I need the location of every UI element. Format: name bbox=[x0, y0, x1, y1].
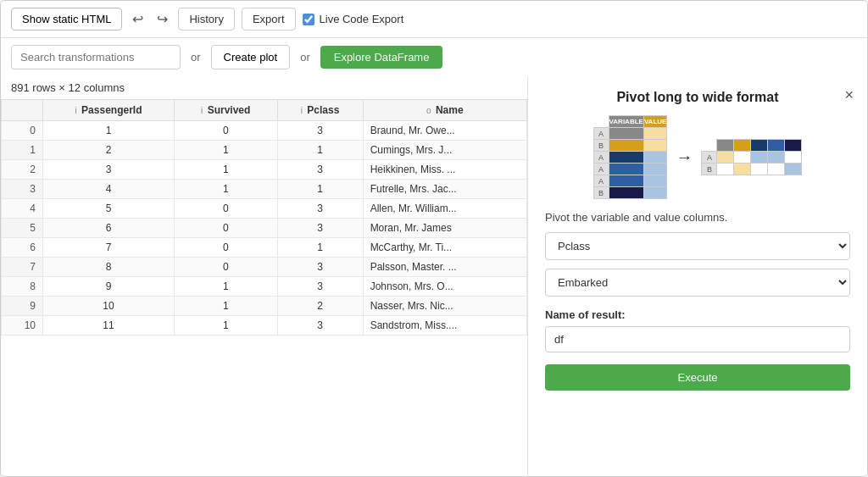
or-text-1: or bbox=[191, 51, 201, 64]
cell-index: 8 bbox=[2, 277, 43, 297]
cell-index: 9 bbox=[2, 297, 43, 316]
or-text-2: or bbox=[300, 51, 310, 64]
data-table: i PassengerId i Survived i Pclass o Name… bbox=[1, 99, 527, 336]
cell-name: Allen, Mr. William... bbox=[363, 199, 526, 219]
cell-index: 10 bbox=[2, 316, 43, 336]
left-diagram-table: VARIABLE VALUE A B bbox=[593, 115, 668, 199]
table-row: 8 9 1 3 Johnson, Mrs. O... bbox=[2, 277, 527, 297]
cell-pclass: 1 bbox=[277, 141, 363, 160]
cell-survived: 0 bbox=[174, 258, 277, 277]
close-button[interactable]: × bbox=[844, 86, 854, 104]
live-code-label[interactable]: Live Code Export bbox=[303, 13, 404, 25]
cell-name: Futrelle, Mrs. Jac... bbox=[363, 180, 526, 199]
cell-passengerid: 10 bbox=[43, 297, 175, 316]
cell-pclass: 1 bbox=[277, 180, 363, 199]
panel-title: Pivot long to wide format bbox=[545, 90, 850, 105]
cell-name: Johnson, Mrs. O... bbox=[363, 277, 526, 297]
left-panel: 891 rows × 12 columns i PassengerId i Su… bbox=[1, 76, 528, 476]
right-diagram-table: A B bbox=[701, 139, 802, 175]
app-window: Show static HTML ↩ ↪ History Export Live… bbox=[0, 0, 868, 477]
cell-passengerid: 3 bbox=[43, 160, 175, 180]
cell-name: Cumings, Mrs. J... bbox=[363, 141, 526, 160]
live-code-checkbox[interactable] bbox=[303, 14, 314, 25]
redo-button[interactable]: ↪ bbox=[153, 9, 171, 29]
cell-passengerid: 5 bbox=[43, 199, 175, 219]
live-code-text: Live Code Export bbox=[320, 13, 404, 25]
cell-name: Nasser, Mrs. Nic... bbox=[363, 297, 526, 316]
undo-button[interactable]: ↩ bbox=[129, 9, 147, 29]
cell-index: 0 bbox=[2, 121, 43, 141]
explore-dataframe-button[interactable]: Explore DataFrame bbox=[320, 46, 443, 69]
cell-name: Heikkinen, Miss. ... bbox=[363, 160, 526, 180]
cell-pclass: 3 bbox=[277, 199, 363, 219]
cell-index: 2 bbox=[2, 160, 43, 180]
cell-survived: 0 bbox=[174, 219, 277, 238]
search-input[interactable] bbox=[11, 45, 181, 69]
pivot-subtitle: Pivot the variable and value columns. bbox=[545, 211, 850, 224]
cell-survived: 1 bbox=[174, 160, 277, 180]
cell-index: 3 bbox=[2, 180, 43, 199]
cell-name: Moran, Mr. James bbox=[363, 219, 526, 238]
cell-pclass: 3 bbox=[277, 160, 363, 180]
cell-passengerid: 2 bbox=[43, 141, 175, 160]
main-content: 891 rows × 12 columns i PassengerId i Su… bbox=[1, 76, 867, 476]
result-name-input[interactable] bbox=[545, 326, 850, 352]
cell-pclass: 1 bbox=[277, 238, 363, 258]
cell-survived: 1 bbox=[174, 316, 277, 336]
cell-survived: 0 bbox=[174, 199, 277, 219]
arrow-icon: → bbox=[676, 147, 693, 167]
cell-pclass: 3 bbox=[277, 121, 363, 141]
value-column-select[interactable]: Embarked PassengerId Survived Pclass Nam… bbox=[545, 269, 850, 297]
col-header-name: o Name bbox=[363, 100, 526, 121]
data-table-wrapper[interactable]: i PassengerId i Survived i Pclass o Name… bbox=[1, 99, 527, 476]
cell-passengerid: 11 bbox=[43, 316, 175, 336]
table-row: 9 10 1 2 Nasser, Mrs. Nic... bbox=[2, 297, 527, 316]
col-header-passengerid: i PassengerId bbox=[43, 100, 175, 121]
cell-survived: 1 bbox=[174, 141, 277, 160]
cell-survived: 1 bbox=[174, 277, 277, 297]
history-button[interactable]: History bbox=[178, 8, 234, 31]
cell-index: 4 bbox=[2, 199, 43, 219]
col-header-index bbox=[2, 100, 43, 121]
table-row: 1 2 1 1 Cumings, Mrs. J... bbox=[2, 141, 527, 160]
table-row: 0 1 0 3 Braund, Mr. Owe... bbox=[2, 121, 527, 141]
result-name-label: Name of result: bbox=[545, 308, 850, 321]
cell-passengerid: 7 bbox=[43, 238, 175, 258]
cell-name: Braund, Mr. Owe... bbox=[363, 121, 526, 141]
col-header-pclass: i Pclass bbox=[277, 100, 363, 121]
table-row: 3 4 1 1 Futrelle, Mrs. Jac... bbox=[2, 180, 527, 199]
cell-index: 5 bbox=[2, 219, 43, 238]
cell-survived: 1 bbox=[174, 180, 277, 199]
cell-name: Sandstrom, Miss.... bbox=[363, 316, 526, 336]
export-button[interactable]: Export bbox=[242, 8, 296, 31]
cell-pclass: 2 bbox=[277, 297, 363, 316]
table-row: 7 8 0 3 Palsson, Master. ... bbox=[2, 258, 527, 277]
pivot-diagram: VARIABLE VALUE A B bbox=[545, 115, 850, 199]
cell-index: 1 bbox=[2, 141, 43, 160]
cell-passengerid: 4 bbox=[43, 180, 175, 199]
right-panel: × Pivot long to wide format VARIABLE VAL… bbox=[528, 76, 867, 476]
cell-name: Palsson, Master. ... bbox=[363, 258, 526, 277]
variable-column-select[interactable]: Pclass PassengerId Survived Name Sex Age… bbox=[545, 232, 850, 260]
cell-pclass: 3 bbox=[277, 219, 363, 238]
create-plot-button[interactable]: Create plot bbox=[211, 45, 291, 69]
dataset-info: 891 rows × 12 columns bbox=[1, 76, 527, 99]
toolbar-row: or Create plot or Explore DataFrame bbox=[1, 38, 867, 76]
cell-survived: 0 bbox=[174, 238, 277, 258]
table-header-row: i PassengerId i Survived i Pclass o Name bbox=[2, 100, 527, 121]
cell-index: 6 bbox=[2, 238, 43, 258]
cell-index: 7 bbox=[2, 258, 43, 277]
col-header-survived: i Survived bbox=[174, 100, 277, 121]
cell-passengerid: 6 bbox=[43, 219, 175, 238]
cell-survived: 1 bbox=[174, 297, 277, 316]
table-row: 6 7 0 1 McCarthy, Mr. Ti... bbox=[2, 238, 527, 258]
cell-pclass: 3 bbox=[277, 258, 363, 277]
table-row: 10 11 1 3 Sandstrom, Miss.... bbox=[2, 316, 527, 336]
cell-passengerid: 9 bbox=[43, 277, 175, 297]
table-row: 5 6 0 3 Moran, Mr. James bbox=[2, 219, 527, 238]
cell-name: McCarthy, Mr. Ti... bbox=[363, 238, 526, 258]
execute-button[interactable]: Execute bbox=[545, 364, 850, 391]
show-static-html-button[interactable]: Show static HTML bbox=[11, 8, 122, 31]
cell-passengerid: 1 bbox=[43, 121, 175, 141]
cell-pclass: 3 bbox=[277, 277, 363, 297]
